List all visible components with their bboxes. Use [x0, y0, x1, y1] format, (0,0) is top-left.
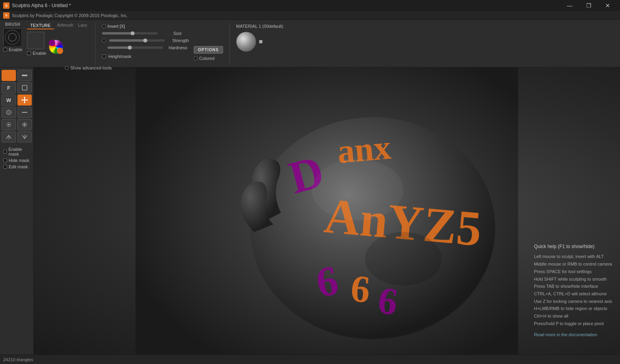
tab-lazy[interactable]: Lazy — [77, 22, 89, 29]
hide-mask-label: Hide mask — [9, 158, 29, 163]
hide-mask-row: Hide mask — [3, 158, 32, 163]
quickhelp-line-4: Hold SHIFT while sculpting to smooth — [534, 275, 612, 283]
quickhelp-panel: Quick help (F1 to show/hide) Left mouse … — [534, 243, 612, 339]
texture-preview[interactable] — [27, 32, 44, 49]
size-slider-thumb — [131, 31, 135, 35]
options-section: OPTIONS Colored — [194, 46, 223, 61]
sidebar-row-4 — [2, 107, 32, 118]
invert-label: Invert [X] — [108, 24, 125, 29]
brush-preview[interactable] — [3, 28, 21, 46]
quickhelp-line-2: Middle mouse or RMB to control camera — [534, 260, 612, 268]
tab-texture[interactable]: TEXTURE — [27, 22, 54, 29]
material-sphere[interactable] — [236, 32, 256, 52]
strength-label: Strength — [167, 38, 189, 43]
maximize-button[interactable]: ❐ — [580, 0, 598, 11]
sidebar-row-5 — [2, 119, 32, 130]
sidebar-btn-f[interactable]: F — [2, 82, 16, 93]
show-advanced-radio[interactable] — [65, 66, 69, 70]
toolbar: BRUSH Enable TEXTURE Airbrush Lazy En — [0, 20, 620, 67]
minimize-button[interactable]: — — [560, 0, 579, 11]
menubar-text: Sculptris by Pixologic Copyright © 2009-… — [12, 13, 128, 18]
strength-slider-track[interactable] — [109, 39, 165, 42]
texture-tab-row: TEXTURE Airbrush Lazy — [27, 22, 89, 29]
sidebar-btn-crease[interactable] — [2, 131, 16, 143]
brush-enable-row: Enable — [3, 47, 22, 52]
colored-radio[interactable] — [194, 56, 198, 60]
invert-radio[interactable] — [102, 24, 106, 28]
heightmask-label: Heightmask — [108, 54, 131, 59]
quickhelp-line-5: Press TAB to show/hide interface — [534, 283, 612, 290]
svg-rect-0 — [4, 29, 21, 46]
sidebar-row-1 — [2, 70, 32, 81]
titlebar-title: Sculptris Alpha 6 - Untitled * — [12, 3, 560, 8]
close-button[interactable]: ✕ — [599, 0, 617, 11]
quickhelp-line-6: CTRL+A, CTRL+D will select all/none — [534, 290, 612, 298]
strength-slider-row: Strength — [102, 38, 189, 43]
invert-row: Invert [X] — [102, 24, 189, 29]
tab-airbrush[interactable]: Airbrush — [56, 22, 75, 29]
statusbar: 24210 triangles — [0, 354, 620, 364]
viewport[interactable]: D anx AnYZ5 6 6 6 Quick help (F1 to show… — [34, 67, 620, 354]
sidebar-btn-w[interactable]: W — [2, 94, 16, 106]
material-label: MATERIAL 1 (00default) — [236, 24, 283, 29]
sidebar-btn-layer[interactable] — [17, 131, 32, 143]
texture-enable-checkbox[interactable] — [27, 51, 31, 55]
hardness-label: Hardness — [166, 45, 187, 50]
sidebar-row-2: F — [2, 82, 32, 93]
enable-mask-checkbox[interactable] — [3, 150, 7, 154]
size-slider-track[interactable] — [102, 32, 158, 35]
hide-mask-checkbox[interactable] — [3, 158, 7, 162]
brush-enable-checkbox[interactable] — [3, 48, 7, 52]
svg-point-20 — [365, 232, 442, 286]
quickhelp-line-3: Press SPACE for tool settings — [534, 268, 612, 275]
colored-row: Colored — [194, 56, 215, 61]
sidebar-btn-erase[interactable] — [17, 82, 32, 93]
quickhelp-title: Quick help (F1 to show/hide) — [534, 243, 612, 250]
size-slider-row: Size — [102, 31, 189, 36]
sidebar-btn-flat[interactable] — [17, 70, 32, 81]
hardness-slider-track[interactable] — [108, 46, 163, 49]
sidebar-btn-line[interactable] — [17, 107, 32, 118]
menubar-logo: S — [3, 12, 10, 19]
color-orange — [57, 48, 63, 54]
hardness-slider-fill — [108, 46, 130, 49]
sidebar-btn-pinch[interactable] — [2, 119, 16, 130]
heightmask-checkbox[interactable] — [102, 54, 106, 58]
strength-slider-fill — [109, 39, 145, 42]
hardness-slider-thumb — [128, 46, 132, 50]
sidebar-btn-inflate[interactable] — [17, 119, 32, 130]
quickhelp-read-more[interactable]: Read more in the documentation — [534, 332, 597, 337]
options-button[interactable]: OPTIONS — [194, 46, 223, 54]
show-advanced-container: Show advanced tools — [65, 65, 112, 70]
quickhelp-line-1: Left mouse to sculpt, invert with ALT — [534, 253, 612, 260]
show-advanced-label: Show advanced tools — [70, 65, 112, 70]
sidebar-row-6 — [2, 131, 32, 143]
texture-enable-label: Enable — [33, 51, 46, 56]
texture-section: TEXTURE Airbrush Lazy Enable — [27, 22, 89, 56]
material-dot — [259, 40, 262, 43]
edit-mask-label: Edit mask — [9, 164, 28, 169]
svg-point-19 — [312, 159, 403, 220]
material-section: MATERIAL 1 (00default) — [236, 24, 283, 52]
color-picker[interactable] — [49, 40, 63, 54]
edit-mask-row: Edit mask — [3, 164, 32, 169]
strength-radio[interactable] — [102, 39, 106, 42]
titlebar-controls: — ❐ ✕ — [560, 0, 617, 11]
quickhelp-line-7: Use Z for locking camera to nearest axis — [534, 298, 612, 305]
enable-mask-label: Enable mask — [8, 147, 32, 156]
sidebar-btn-move[interactable] — [17, 94, 32, 106]
triangle-count: 24210 triangles — [3, 357, 33, 362]
edit-mask-checkbox[interactable] — [3, 165, 7, 169]
svg-rect-3 — [22, 75, 27, 76]
divider-2 — [229, 22, 230, 65]
quickhelp-line-10: Press/hold P to toggle or place pivot — [534, 320, 612, 327]
sidebar-btn-draw[interactable] — [2, 70, 16, 81]
color-purple — [49, 40, 55, 46]
sidebar: F W — [0, 67, 34, 354]
enable-mask-row: Enable mask — [3, 147, 32, 156]
divider-1 — [95, 22, 96, 65]
size-label: Size — [160, 31, 182, 36]
colored-label: Colored — [199, 56, 215, 61]
sidebar-row-3: W — [2, 94, 32, 106]
sidebar-btn-orb[interactable] — [2, 107, 16, 118]
